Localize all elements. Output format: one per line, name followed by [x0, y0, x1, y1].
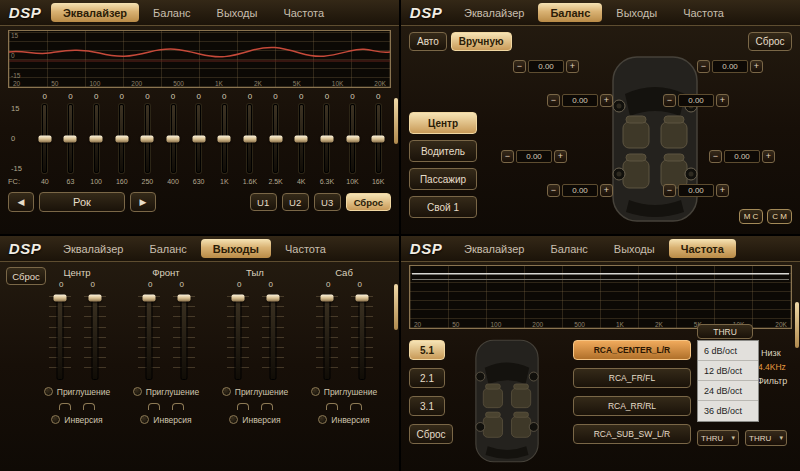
plus-button[interactable]: +	[600, 94, 613, 107]
eq-band-slider[interactable]	[299, 104, 304, 173]
output-slider[interactable]	[266, 292, 280, 382]
memory-U3-button[interactable]: U3	[314, 193, 341, 211]
slider-knob[interactable]	[141, 135, 154, 142]
slider-knob[interactable]	[177, 295, 190, 302]
minus-button[interactable]: −	[513, 60, 526, 73]
output-slider[interactable]	[320, 292, 334, 382]
rca-output-button[interactable]: RCA_FR/FL	[573, 368, 691, 388]
eq-band-slider[interactable]	[376, 104, 381, 173]
plus-button[interactable]: +	[566, 60, 579, 73]
rca-output-button[interactable]: RCA_SUB_SW_L/R	[573, 424, 691, 444]
slider-knob[interactable]	[295, 135, 308, 142]
memory-U1-button[interactable]: U1	[250, 193, 277, 211]
eq-band-slider[interactable]	[94, 104, 99, 173]
slope-select[interactable]: THRU▾	[697, 430, 739, 446]
rca-output-button[interactable]: RCA_CENTER_L/R	[573, 340, 691, 360]
tab-frequency[interactable]: Частота	[671, 3, 736, 22]
slider-knob[interactable]	[243, 135, 256, 142]
scroll-indicator[interactable]	[394, 284, 398, 330]
minus-button[interactable]: −	[547, 184, 560, 197]
minus-button[interactable]: −	[663, 184, 676, 197]
mute-radio[interactable]	[222, 387, 231, 396]
eq-band-slider[interactable]	[247, 104, 252, 173]
plus-button[interactable]: +	[716, 94, 729, 107]
tab-frequency[interactable]: Частота	[669, 239, 736, 258]
invert-radio[interactable]	[229, 415, 238, 424]
slope-dropdown-current[interactable]: THRU	[697, 324, 753, 339]
channel-swap-button[interactable]: M C	[739, 209, 764, 224]
preset-prev-button[interactable]: ◀	[8, 192, 34, 212]
slider-knob[interactable]	[88, 295, 101, 302]
position-button[interactable]: Свой 1	[409, 196, 477, 218]
tab-equalizer[interactable]: Эквалайзер	[452, 3, 536, 22]
slope-option[interactable]: 36 dB/oct	[698, 401, 758, 421]
link-channels-icon[interactable]	[148, 400, 184, 410]
tab-equalizer[interactable]: Эквалайзер	[51, 3, 139, 22]
channel-mode-button[interactable]: 2.1	[409, 368, 445, 388]
rca-output-button[interactable]: RCA_RR/RL	[573, 396, 691, 416]
slider-knob[interactable]	[231, 295, 244, 302]
output-slider[interactable]	[88, 292, 102, 382]
slider-knob[interactable]	[320, 135, 333, 142]
link-channels-icon[interactable]	[237, 400, 273, 410]
eq-band-slider[interactable]	[42, 104, 47, 173]
preset-next-button[interactable]: ▶	[130, 192, 156, 212]
slider-knob[interactable]	[320, 295, 333, 302]
output-slider[interactable]	[355, 292, 369, 382]
invert-radio[interactable]	[318, 415, 327, 424]
slider-knob[interactable]	[53, 295, 66, 302]
eq-band-slider[interactable]	[350, 104, 355, 173]
tab-balance[interactable]: Баланс	[137, 239, 198, 258]
slope-option[interactable]: 24 dB/oct	[698, 381, 758, 401]
position-button[interactable]: Водитель	[409, 140, 477, 162]
minus-button[interactable]: −	[501, 150, 514, 163]
mute-radio[interactable]	[133, 387, 142, 396]
tab-equalizer[interactable]: Эквалайзер	[51, 239, 135, 258]
minus-button[interactable]: −	[547, 94, 560, 107]
eq-band-slider[interactable]	[68, 104, 73, 173]
slider-knob[interactable]	[218, 135, 231, 142]
minus-button[interactable]: −	[663, 94, 676, 107]
tab-balance[interactable]: Баланс	[141, 3, 202, 22]
tab-outputs[interactable]: Выходы	[201, 239, 271, 258]
eq-reset-button[interactable]: Сброс	[346, 193, 391, 211]
output-slider[interactable]	[53, 292, 67, 382]
channel-mode-button[interactable]: 5.1	[409, 340, 445, 360]
balance-mode-button[interactable]: Вручную	[451, 32, 512, 51]
plus-button[interactable]: +	[600, 184, 613, 197]
eq-band-slider[interactable]	[119, 104, 124, 173]
minus-button[interactable]: −	[697, 60, 710, 73]
invert-radio[interactable]	[51, 415, 60, 424]
eq-band-slider[interactable]	[222, 104, 227, 173]
invert-radio[interactable]	[140, 415, 149, 424]
scroll-indicator[interactable]	[795, 302, 799, 348]
slope-select[interactable]: THRU▾	[745, 430, 787, 446]
channel-swap-button[interactable]: C M	[767, 209, 792, 224]
memory-U2-button[interactable]: U2	[282, 193, 309, 211]
output-slider[interactable]	[142, 292, 156, 382]
tab-outputs[interactable]: Выходы	[602, 239, 667, 258]
tab-outputs[interactable]: Выходы	[604, 3, 669, 22]
slope-option[interactable]: 6 dB/oct	[698, 341, 758, 361]
link-channels-icon[interactable]	[59, 400, 95, 410]
scroll-indicator[interactable]	[394, 98, 398, 144]
balance-mode-button[interactable]: Авто	[409, 32, 447, 51]
output-slider[interactable]	[231, 292, 245, 382]
slider-knob[interactable]	[167, 135, 180, 142]
plus-button[interactable]: +	[762, 150, 775, 163]
link-channels-icon[interactable]	[326, 400, 362, 410]
slider-knob[interactable]	[346, 135, 359, 142]
frequency-reset-button[interactable]: Сброс	[409, 424, 453, 444]
slider-knob[interactable]	[90, 135, 103, 142]
position-button[interactable]: Пассажир	[409, 168, 477, 190]
slider-knob[interactable]	[355, 295, 368, 302]
tab-balance[interactable]: Баланс	[538, 239, 599, 258]
eq-band-slider[interactable]	[171, 104, 176, 173]
slider-knob[interactable]	[38, 135, 51, 142]
tab-balance[interactable]: Баланс	[538, 3, 602, 22]
tab-outputs[interactable]: Выходы	[205, 3, 270, 22]
position-button[interactable]: Центр	[409, 112, 477, 134]
slope-option[interactable]: 12 dB/oct	[698, 361, 758, 381]
plus-button[interactable]: +	[750, 60, 763, 73]
slider-knob[interactable]	[115, 135, 128, 142]
